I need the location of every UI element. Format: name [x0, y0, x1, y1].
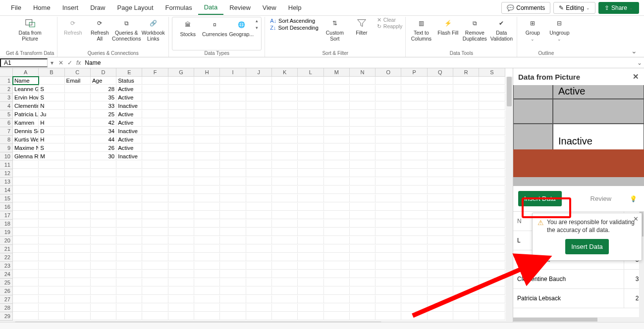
cell[interactable] — [116, 186, 142, 194]
stocks-data-type[interactable]: 🏛Stocks — [175, 18, 200, 38]
cell[interactable] — [324, 178, 350, 186]
cell[interactable] — [453, 295, 479, 303]
cell[interactable] — [39, 178, 64, 186]
data-from-picture-button[interactable]: Data from Picture — [14, 17, 46, 43]
column-header[interactable]: G — [168, 68, 194, 77]
cell[interactable] — [298, 110, 323, 118]
cell[interactable] — [350, 178, 376, 186]
cell[interactable] — [39, 203, 64, 211]
cell[interactable]: Clementin — [13, 102, 39, 110]
cell[interactable]: 35 — [91, 94, 116, 101]
cell[interactable] — [324, 94, 350, 101]
cell[interactable]: Age — [91, 77, 116, 85]
cell[interactable] — [13, 295, 39, 303]
cell[interactable] — [220, 228, 246, 236]
cell[interactable] — [401, 144, 427, 152]
cell[interactable] — [453, 211, 479, 219]
cell[interactable] — [142, 136, 168, 143]
cell[interactable] — [453, 127, 479, 135]
cell[interactable] — [246, 270, 272, 278]
cell[interactable] — [272, 245, 298, 253]
cell[interactable] — [453, 279, 479, 286]
cell[interactable] — [272, 279, 298, 286]
cell[interactable] — [401, 94, 427, 101]
custom-sort-button[interactable]: ⇅Custom Sort — [322, 17, 347, 43]
cell[interactable] — [168, 102, 194, 110]
flash-fill-button[interactable]: ⚡Flash Fill — [435, 17, 460, 37]
cell[interactable] — [479, 270, 505, 278]
cell[interactable] — [401, 253, 427, 261]
cell[interactable] — [13, 203, 39, 211]
cell[interactable] — [116, 211, 142, 219]
table-cell[interactable]: Clementine Bauch — [513, 270, 624, 288]
cell[interactable] — [298, 77, 323, 85]
tab-data[interactable]: Data — [198, 0, 223, 15]
reapply-filter-button[interactable]: ↻Reapply — [377, 23, 403, 29]
cell[interactable] — [350, 127, 376, 135]
cell[interactable] — [350, 85, 376, 93]
cell[interactable] — [13, 245, 39, 253]
cell[interactable] — [298, 186, 323, 194]
row-header[interactable]: 9 — [0, 144, 13, 152]
cell[interactable] — [453, 110, 479, 118]
cell[interactable] — [350, 312, 376, 320]
cell[interactable] — [272, 220, 298, 228]
remove-duplicates-button[interactable]: ⧉Remove Duplicates — [462, 17, 487, 43]
cell[interactable]: Dennis Sch — [13, 127, 39, 135]
cell[interactable] — [401, 169, 427, 177]
queries-connections-button[interactable]: ⧉Queries & Connections — [114, 17, 139, 43]
cell[interactable] — [298, 152, 323, 160]
cell[interactable] — [376, 253, 401, 261]
cell[interactable] — [168, 312, 194, 320]
cell[interactable] — [142, 152, 168, 160]
cell[interactable] — [272, 85, 298, 93]
cell[interactable] — [479, 228, 505, 236]
cell[interactable] — [220, 262, 246, 270]
cell[interactable] — [194, 110, 220, 118]
cell[interactable] — [272, 211, 298, 219]
cell[interactable]: N — [39, 102, 64, 110]
cell[interactable] — [272, 152, 298, 160]
cell[interactable] — [376, 228, 401, 236]
cell[interactable] — [168, 94, 194, 101]
row-header[interactable]: 23 — [0, 262, 13, 270]
column-header[interactable]: F — [142, 68, 168, 77]
row-header[interactable]: 20 — [0, 236, 13, 245]
cell[interactable] — [220, 203, 246, 211]
cell[interactable] — [65, 169, 91, 177]
column-header[interactable]: Q — [428, 68, 453, 77]
cell[interactable] — [116, 270, 142, 278]
cell[interactable] — [65, 236, 91, 244]
cell[interactable] — [91, 304, 116, 312]
cell[interactable] — [324, 144, 350, 152]
cell[interactable]: 30 — [91, 152, 116, 160]
cell[interactable] — [401, 228, 427, 236]
currencies-data-type[interactable]: ¤Currencies — [202, 18, 227, 38]
cell[interactable] — [194, 304, 220, 312]
cell[interactable] — [298, 228, 323, 236]
cell[interactable] — [168, 228, 194, 236]
cell[interactable] — [401, 194, 427, 202]
cell[interactable] — [39, 169, 64, 177]
cell[interactable] — [376, 194, 401, 202]
cell[interactable] — [91, 203, 116, 211]
cell[interactable] — [39, 228, 64, 236]
cell[interactable] — [168, 144, 194, 152]
cell[interactable] — [220, 245, 246, 253]
cell[interactable] — [116, 287, 142, 295]
cell[interactable] — [116, 295, 142, 303]
cell[interactable] — [324, 127, 350, 135]
cell[interactable] — [428, 253, 453, 261]
spreadsheet-grid[interactable]: ABCDEFGHIJKLMNOPQRS1NameEmailAgeStatus2L… — [0, 68, 513, 322]
cell[interactable] — [220, 304, 246, 312]
cell[interactable] — [91, 228, 116, 236]
cell[interactable] — [168, 110, 194, 118]
cell[interactable] — [220, 169, 246, 177]
cell[interactable]: H — [39, 136, 64, 143]
column-header[interactable]: A — [13, 68, 39, 77]
cell[interactable] — [116, 236, 142, 244]
row-header[interactable]: 17 — [0, 211, 13, 220]
cell[interactable] — [142, 110, 168, 118]
cell[interactable] — [324, 211, 350, 219]
cell[interactable] — [194, 94, 220, 101]
